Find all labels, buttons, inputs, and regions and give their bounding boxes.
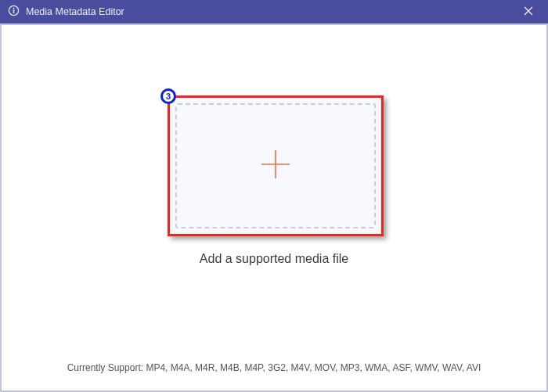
dropzone-dashed-border [175, 103, 376, 228]
svg-rect-2 [13, 9, 15, 13]
supported-formats-line: Currently Support: MP4, M4A, M4R, M4B, M… [2, 362, 546, 373]
titlebar: Media Metadata Editor [0, 0, 548, 23]
close-icon [524, 5, 533, 19]
content-area: 3 Add a supported media file Currently S… [0, 23, 548, 392]
step-badge: 3 [160, 88, 176, 104]
close-button[interactable] [517, 0, 540, 23]
titlebar-left: Media Metadata Editor [8, 5, 124, 20]
supported-formats-label: Currently Support: [67, 362, 146, 373]
step-badge-number: 3 [166, 92, 171, 101]
media-dropzone[interactable] [168, 95, 384, 236]
dropzone-instruction: Add a supported media file [2, 252, 546, 266]
plus-icon [259, 148, 292, 184]
svg-point-1 [13, 7, 15, 9]
window-title: Media Metadata Editor [26, 6, 124, 17]
supported-formats-list: MP4, M4A, M4R, M4B, M4P, 3G2, M4V, MOV, … [146, 362, 481, 373]
info-icon [8, 5, 20, 20]
dropzone-wrapper: 3 [168, 95, 384, 236]
app-window: Media Metadata Editor [0, 0, 548, 392]
